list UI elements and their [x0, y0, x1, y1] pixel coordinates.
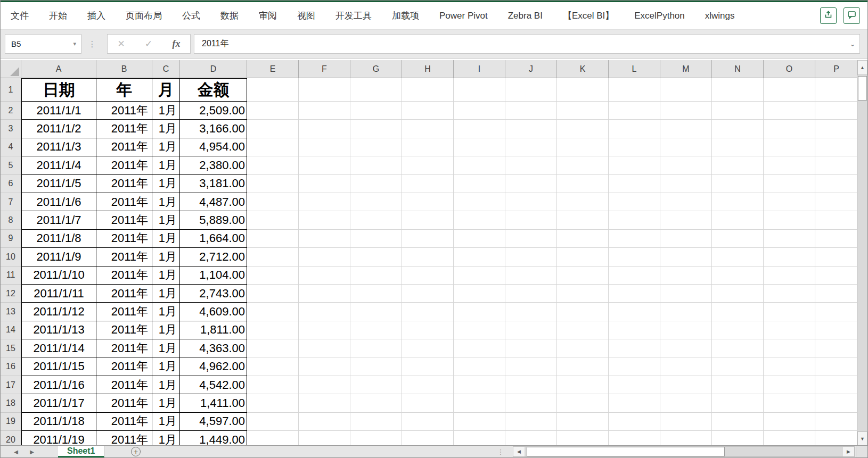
cell-G3[interactable]: [350, 120, 402, 138]
ribbon-tab-data[interactable]: 数据: [210, 2, 249, 29]
cell-D16[interactable]: 4,962.00: [180, 357, 247, 376]
cell-J15[interactable]: [505, 339, 557, 357]
cell-M16[interactable]: [660, 357, 712, 376]
name-box-resize-handle[interactable]: ⋮: [88, 34, 96, 54]
cell-L1[interactable]: [609, 78, 660, 102]
cell-A14[interactable]: 2011/1/13: [21, 321, 96, 339]
cell-H11[interactable]: [402, 267, 454, 285]
cell-K5[interactable]: [557, 156, 609, 174]
cell-M9[interactable]: [660, 230, 712, 248]
cell-F9[interactable]: [299, 230, 350, 248]
cell-D4[interactable]: 4,954.00: [180, 138, 247, 156]
cell-H20[interactable]: [402, 431, 454, 446]
cell-E5[interactable]: [247, 156, 299, 174]
cell-E3[interactable]: [247, 120, 299, 138]
tab-scrollbar-splitter[interactable]: ⋮: [497, 446, 504, 457]
sheet-tab-sheet1[interactable]: Sheet1: [58, 446, 104, 457]
cell-K18[interactable]: [557, 394, 609, 412]
ribbon-tab-xlwings[interactable]: xlwings: [695, 2, 745, 29]
col-header-H[interactable]: H: [402, 60, 454, 78]
cell-I11[interactable]: [454, 267, 505, 285]
cell-E14[interactable]: [247, 321, 299, 339]
ribbon-tab-formulas[interactable]: 公式: [172, 2, 210, 29]
cell-K15[interactable]: [557, 339, 609, 357]
cell-I2[interactable]: [454, 102, 505, 120]
cell-N17[interactable]: [712, 376, 764, 394]
cell-P6[interactable]: [815, 175, 858, 193]
cell-M11[interactable]: [660, 267, 712, 285]
cell-A3[interactable]: 2011/1/2: [21, 120, 96, 138]
cell-E9[interactable]: [247, 230, 299, 248]
cell-F16[interactable]: [299, 357, 350, 376]
row-header-12[interactable]: 12: [1, 285, 21, 303]
cell-N20[interactable]: [712, 431, 764, 446]
cell-B2[interactable]: 2011年: [96, 102, 152, 120]
cell-A9[interactable]: 2011/1/8: [21, 230, 96, 248]
cell-B20[interactable]: 2011年: [96, 431, 152, 446]
cell-A17[interactable]: 2011/1/16: [21, 376, 96, 394]
cell-H7[interactable]: [402, 193, 454, 211]
cell-P20[interactable]: [815, 431, 858, 446]
cell-E10[interactable]: [247, 248, 299, 266]
cell-K10[interactable]: [557, 248, 609, 266]
row-header-1[interactable]: 1: [1, 78, 21, 102]
cell-E1[interactable]: [247, 78, 299, 102]
row-header-5[interactable]: 5: [1, 156, 21, 174]
cell-F17[interactable]: [299, 376, 350, 394]
row-header-2[interactable]: 2: [1, 102, 21, 120]
cell-G2[interactable]: [350, 102, 402, 120]
cell-F12[interactable]: [299, 285, 350, 303]
cell-B13[interactable]: 2011年: [96, 303, 152, 321]
cell-K16[interactable]: [557, 357, 609, 376]
cell-H14[interactable]: [402, 321, 454, 339]
cell-E17[interactable]: [247, 376, 299, 394]
cell-G11[interactable]: [350, 267, 402, 285]
cell-E19[interactable]: [247, 413, 299, 431]
cell-P7[interactable]: [815, 193, 858, 211]
cell-K1[interactable]: [557, 78, 609, 102]
cell-C8[interactable]: 1月: [152, 211, 180, 229]
cell-P5[interactable]: [815, 156, 858, 174]
name-box-dropdown-icon[interactable]: ▾: [73, 40, 81, 47]
cell-N10[interactable]: [712, 248, 764, 266]
ribbon-tab-insert[interactable]: 插入: [77, 2, 116, 29]
cell-D10[interactable]: 2,712.00: [180, 248, 247, 266]
col-header-G[interactable]: G: [350, 60, 402, 78]
scroll-right-button[interactable]: ▶: [843, 447, 854, 456]
cell-J12[interactable]: [505, 285, 557, 303]
cell-I16[interactable]: [454, 357, 505, 376]
cell-I20[interactable]: [454, 431, 505, 446]
row-header-18[interactable]: 18: [1, 394, 21, 412]
cell-N1[interactable]: [712, 78, 764, 102]
cell-P9[interactable]: [815, 230, 858, 248]
cell-P8[interactable]: [815, 211, 858, 229]
cell-H17[interactable]: [402, 376, 454, 394]
cell-M14[interactable]: [660, 321, 712, 339]
cell-A15[interactable]: 2011/1/14: [21, 339, 96, 357]
cell-D7[interactable]: 4,487.00: [180, 193, 247, 211]
cell-L10[interactable]: [609, 248, 660, 266]
cell-J2[interactable]: [505, 102, 557, 120]
cell-D19[interactable]: 4,597.00: [180, 413, 247, 431]
cell-O13[interactable]: [764, 303, 815, 321]
cell-B12[interactable]: 2011年: [96, 285, 152, 303]
cell-N3[interactable]: [712, 120, 764, 138]
cell-A19[interactable]: 2011/1/18: [21, 413, 96, 431]
cell-K3[interactable]: [557, 120, 609, 138]
scroll-up-button[interactable]: ▲: [857, 60, 867, 75]
cell-K9[interactable]: [557, 230, 609, 248]
cell-P4[interactable]: [815, 138, 858, 156]
cell-J4[interactable]: [505, 138, 557, 156]
cell-P15[interactable]: [815, 339, 858, 357]
cell-I6[interactable]: [454, 175, 505, 193]
cell-E15[interactable]: [247, 339, 299, 357]
col-header-I[interactable]: I: [454, 60, 505, 78]
cell-K19[interactable]: [557, 413, 609, 431]
cell-C4[interactable]: 1月: [152, 138, 180, 156]
col-header-A[interactable]: A: [21, 60, 96, 78]
cell-K11[interactable]: [557, 267, 609, 285]
cell-P11[interactable]: [815, 267, 858, 285]
cell-F3[interactable]: [299, 120, 350, 138]
cell-I17[interactable]: [454, 376, 505, 394]
cell-C6[interactable]: 1月: [152, 175, 180, 193]
